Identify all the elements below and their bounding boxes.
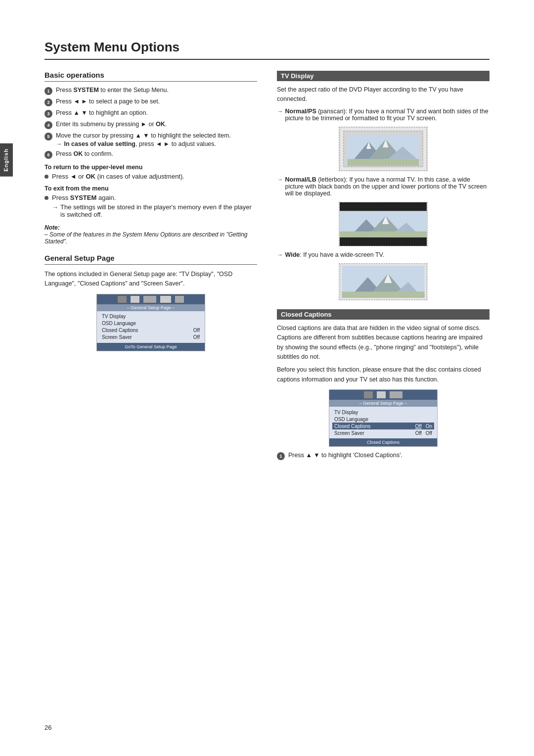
closed-captions-heading: Closed Captions: [277, 309, 490, 320]
step-5-number: 5: [44, 133, 52, 141]
main-columns: Basic operations 1 Press SYSTEM to enter…: [44, 71, 490, 469]
cc-icon-3: [390, 391, 402, 398]
right-column: TV Display Set the aspect ratio of the D…: [277, 71, 490, 469]
svg-rect-10: [340, 202, 427, 211]
bullet-return: [44, 175, 48, 179]
step-5-text: Move the cursor by pressing ▲ ▼ to highl…: [56, 132, 231, 147]
svg-rect-11: [340, 237, 427, 246]
step-4: 4 Enter its submenu by pressing ► or OK.: [44, 121, 257, 129]
menu-mock-body: TV Display OSD Language Closed CaptionsO…: [97, 311, 205, 343]
cc-step-1-number: 1: [277, 452, 285, 460]
step-4-text: Enter its submenu by pressing ► or OK.: [56, 121, 167, 128]
step-1-number: 1: [44, 87, 52, 95]
sidebar-label: English: [3, 148, 9, 172]
arrow-ps-icon: →: [277, 108, 283, 115]
svg-rect-8: [348, 159, 419, 166]
sidebar-english-tab: English: [0, 143, 13, 177]
menu-row-osd-language: OSD Language: [102, 320, 200, 327]
normal-lb-note: → Normal/LB (letterbox): If you have a n…: [277, 176, 490, 197]
basic-operations-list: 1 Press SYSTEM to enter the Setup Menu. …: [44, 87, 257, 159]
closed-captions-menu-mock: – General Setup Page – TV Display OSD La…: [329, 389, 438, 447]
to-return-heading: To return to the upper-level menu: [44, 164, 257, 171]
to-exit-text: Press SYSTEM again.: [52, 194, 116, 201]
step-3-text: Press ▲ ▼ to highlight an option.: [56, 109, 148, 116]
cc-icon-1: [364, 391, 373, 398]
cc-row-screen-saver: Screen SaverOffOff: [334, 429, 432, 436]
cc-row-closed-captions-highlighted: Closed Captions OffOn: [332, 423, 434, 429]
to-exit-heading: To exit from the menu: [44, 185, 257, 192]
mountain-image-lb: [339, 202, 428, 246]
general-setup-intro: The options included in General Setup pa…: [44, 270, 257, 289]
closed-captions-section: Closed Captions Closed captions are data…: [277, 309, 490, 460]
bullet-exit: [44, 196, 48, 200]
step-1-text: Press SYSTEM to enter the Setup Menu.: [56, 87, 169, 94]
menu-icon-1: [118, 296, 127, 303]
to-exit-note-text: The settings will be stored in the playe…: [60, 203, 257, 218]
menu-mock-footer: GoTo General Setup Page: [97, 343, 205, 351]
page-number: 26: [44, 724, 51, 731]
cc-menu-header: [329, 390, 437, 400]
tv-display-intro: Set the aspect ratio of the DVD Player a…: [277, 85, 490, 104]
normal-lb-text: Normal/LB (letterbox): If you have a nor…: [285, 176, 490, 197]
step-2-number: 2: [44, 98, 52, 106]
arrow-icon: →: [56, 141, 62, 147]
menu-row-screen-saver: Screen SaverOff: [102, 334, 200, 341]
mountain-image-ps: [339, 127, 428, 171]
svg-rect-17: [340, 231, 427, 237]
to-return-text: Press ◄ or OK (in cases of value adjustm…: [52, 173, 184, 180]
arrow-wide-icon: →: [277, 251, 283, 258]
menu-icon-3: [143, 296, 156, 303]
cc-menu-subtitle: – General Setup Page –: [329, 400, 437, 407]
step-1: 1 Press SYSTEM to enter the Setup Menu.: [44, 87, 257, 95]
wide-note: → Wide: If you have a wide-screen TV.: [277, 251, 490, 258]
step-6-text: Press OK to confirm.: [56, 150, 113, 157]
arrow-lb-icon: →: [277, 176, 283, 183]
step-2: 2 Press ◄ ► to select a page to be set.: [44, 98, 257, 106]
cc-icon-2: [377, 391, 386, 398]
note-label: Note:: [44, 224, 60, 231]
cc-menu-body: TV Display OSD Language Closed Captions …: [329, 407, 437, 438]
basic-operations-section: Basic operations 1 Press SYSTEM to enter…: [44, 71, 257, 245]
to-exit-item: Press SYSTEM again.: [44, 194, 257, 201]
step-5-note: In cases of value setting, press ◄ ► to …: [64, 141, 217, 147]
cc-step-1-text: Press ▲ ▼ to highlight 'Closed Captions'…: [288, 452, 402, 459]
cc-step-1: 1 Press ▲ ▼ to highlight 'Closed Caption…: [277, 452, 490, 460]
step-3-number: 3: [44, 110, 52, 118]
menu-icon-2: [131, 296, 139, 303]
tv-display-heading: TV Display: [277, 71, 490, 81]
cc-row-tv-display: TV Display: [334, 409, 432, 416]
step-5: 5 Move the cursor by pressing ▲ ▼ to hig…: [44, 132, 257, 147]
menu-row-closed-captions: Closed CaptionsOff: [102, 327, 200, 334]
step-6-number: 6: [44, 151, 52, 159]
normal-ps-text: Normal/PS (panscan): If you have a norma…: [285, 108, 490, 122]
mountain-image-wide: [339, 263, 428, 300]
closed-captions-para1: Closed captions are data that are hidden…: [277, 324, 490, 362]
step-3: 3 Press ▲ ▼ to highlight an option.: [44, 109, 257, 118]
menu-mock-header: [97, 294, 205, 304]
tv-display-section: TV Display Set the aspect ratio of the D…: [277, 71, 490, 300]
normal-ps-note: → Normal/PS (panscan): If you have a nor…: [277, 108, 490, 122]
note-text: – Some of the features in the System Men…: [44, 231, 247, 245]
menu-icon-4: [160, 296, 171, 303]
wide-text: Wide: If you have a wide-screen TV.: [285, 251, 385, 258]
cc-row-osd-language: OSD Language: [334, 416, 432, 423]
arrow-exit-icon: →: [52, 203, 58, 211]
general-setup-heading: General Setup Page: [44, 254, 257, 265]
note-block: Note: – Some of the features in the Syst…: [44, 224, 257, 245]
general-setup-page-section: General Setup Page The options included …: [44, 254, 257, 351]
svg-rect-24: [342, 291, 424, 298]
menu-icon-5: [175, 296, 184, 303]
step-2-text: Press ◄ ► to select a page to be set.: [56, 98, 160, 105]
menu-mock-subtitle: – General Setup Page –: [97, 304, 205, 311]
page: English System Menu Options Basic operat…: [0, 0, 534, 756]
step-4-number: 4: [44, 121, 52, 129]
menu-row-tv-display: TV Display: [102, 313, 200, 320]
step-6: 6 Press OK to confirm.: [44, 150, 257, 159]
page-title: System Menu Options: [44, 40, 490, 60]
left-column: Basic operations 1 Press SYSTEM to enter…: [44, 71, 257, 469]
to-return-item: Press ◄ or OK (in cases of value adjustm…: [44, 173, 257, 180]
to-exit-note: → The settings will be stored in the pla…: [52, 203, 257, 218]
general-setup-menu-mock: – General Setup Page – TV Display OSD La…: [96, 294, 205, 351]
basic-operations-heading: Basic operations: [44, 71, 257, 82]
closed-captions-para2: Before you select this function, please …: [277, 365, 490, 384]
